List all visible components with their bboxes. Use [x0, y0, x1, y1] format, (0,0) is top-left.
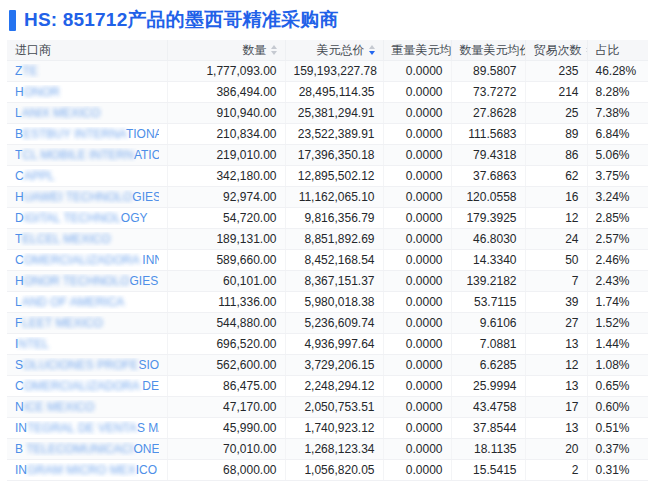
cell-qty-usd-avg: 9.6106 [451, 313, 525, 334]
col-header-label: 数量 [243, 42, 267, 59]
cell-weight-usd-avg: 0.0000 [383, 187, 451, 208]
importer-link[interactable]: BESTBUY INTERNATIONAL [15, 127, 159, 141]
cell-weight-usd-avg: 0.0000 [383, 439, 451, 460]
importer-link[interactable]: ZTE [15, 64, 159, 78]
sort-icon[interactable] [271, 45, 277, 55]
importer-name-visible: S MA... [137, 421, 158, 435]
table-row: INTEL 696,520.00 4,936,997.64 0.0000 7.0… [7, 334, 648, 355]
cell-importer: NICE MEXICO [7, 397, 167, 418]
cell-usd-total: 9,816,356.79 [285, 208, 383, 229]
cell-qty-usd-avg: 37.8544 [451, 418, 525, 439]
cell-qty-usd-avg: 25.9994 [451, 376, 525, 397]
cell-importer: HONOR TECHNOLOGIES D... [7, 271, 167, 292]
importer-name-redacted: ONOR [24, 85, 60, 99]
cell-trade-count: 13 [525, 376, 587, 397]
cell-quantity: 189,131.00 [167, 229, 285, 250]
importer-name-redacted: OMERCIALIZADORA [24, 253, 139, 267]
importer-link[interactable]: HONOR [15, 85, 159, 99]
col-header-usd-total[interactable]: 美元总价 [285, 40, 383, 61]
cell-importer: ZTE [7, 61, 167, 82]
importer-name-visible: S [15, 358, 23, 372]
col-header-weight-usd-avg: 重量美元均价 [383, 40, 451, 61]
cell-share: 6.84% [587, 124, 648, 145]
cell-trade-count: 17 [525, 397, 587, 418]
col-header-quantity[interactable]: 数量 [167, 40, 285, 61]
cell-usd-total: 159,193,227.78 [285, 61, 383, 82]
importer-name-redacted: ONOR TECHNOLO [24, 274, 130, 288]
col-header-trade-count[interactable]: 贸易次数 [525, 40, 587, 61]
importer-link[interactable]: CAPPL [15, 169, 159, 183]
cell-weight-usd-avg: 0.0000 [383, 61, 451, 82]
importer-link[interactable]: INGRAM MICRO MEXICO [15, 463, 159, 477]
cell-qty-usd-avg: 120.0558 [451, 187, 525, 208]
sort-icon[interactable] [369, 45, 375, 55]
cell-importer: TELCEL MEXICO [7, 229, 167, 250]
table-row: LANIX MEXICO 910,940.00 25,381,294.91 0.… [7, 103, 648, 124]
col-header-label: 占比 [596, 43, 620, 57]
cell-usd-total: 8,367,151.37 [285, 271, 383, 292]
importer-link[interactable]: SOLUCIONES PROFESION... [15, 358, 159, 372]
importer-name-redacted: TELECOMUNICACI [23, 442, 133, 456]
cell-quantity: 111,336.00 [167, 292, 285, 313]
cell-weight-usd-avg: 0.0000 [383, 397, 451, 418]
cell-weight-usd-avg: 0.0000 [383, 250, 451, 271]
cell-quantity: 544,880.00 [167, 313, 285, 334]
importer-name-redacted: CL MOBILE INTERN [22, 148, 134, 162]
importer-link[interactable]: INTEL [15, 337, 159, 351]
importer-link[interactable]: DIGITAL TECHNOLOGY [15, 211, 159, 225]
importer-name-redacted: OMERCIALIZADORA [24, 379, 139, 393]
cell-share: 2.57% [587, 229, 648, 250]
cell-weight-usd-avg: 0.0000 [383, 103, 451, 124]
table-header-row: 进口商 数量 美元总价 重量美元均价 数量美元均价 [7, 40, 648, 61]
col-header-share: 占比 [587, 40, 648, 61]
importer-link[interactable]: TELCEL MEXICO [15, 232, 159, 246]
importer-link[interactable]: HUAWEI TECHNOLOGIES ... [15, 190, 159, 204]
cell-usd-total: 1,740,923.12 [285, 418, 383, 439]
cell-trade-count: 2 [525, 460, 587, 481]
col-header-label: 贸易次数 [534, 42, 582, 59]
importer-name-visible: IN [15, 421, 27, 435]
table-row: NICE MEXICO 47,170.00 2,050,753.51 0.000… [7, 397, 648, 418]
cell-share: 2.46% [587, 250, 648, 271]
col-header-label: 重量美元均价 [392, 43, 452, 57]
importer-link[interactable]: LAND OF AMERICA [15, 295, 159, 309]
cell-quantity: 1,777,093.00 [167, 61, 285, 82]
table-row: ZTE 1,777,093.00 159,193,227.78 0.0000 8… [7, 61, 648, 82]
cell-weight-usd-avg: 0.0000 [383, 292, 451, 313]
cell-share: 0.65% [587, 376, 648, 397]
cell-share: 1.74% [587, 292, 648, 313]
importer-link[interactable]: FLEET MEXICO [15, 316, 159, 330]
cell-weight-usd-avg: 0.0000 [383, 334, 451, 355]
table-row: B TELECOMUNICACIONES... 70,010.00 1,268,… [7, 439, 648, 460]
cell-quantity: 386,494.00 [167, 82, 285, 103]
table-row: HUAWEI TECHNOLOGIES ... 92,974.00 11,162… [7, 187, 648, 208]
table-row: TELCEL MEXICO 189,131.00 8,851,892.69 0.… [7, 229, 648, 250]
cell-importer: LANIX MEXICO [7, 103, 167, 124]
cell-quantity: 70,010.00 [167, 439, 285, 460]
cell-trade-count: 24 [525, 229, 587, 250]
importer-name-visible: D [15, 211, 24, 225]
importer-link[interactable]: TCL MOBILE INTERNATIO... [15, 148, 159, 162]
cell-importer: FLEET MEXICO [7, 313, 167, 334]
cell-quantity: 219,010.00 [167, 145, 285, 166]
importer-link[interactable]: B TELECOMUNICACIONES... [15, 442, 159, 456]
table-row: COMERCIALIZADORA INN... 589,660.00 8,452… [7, 250, 648, 271]
importer-link[interactable]: COMERCIALIZADORA DE ... [15, 379, 159, 393]
cell-share: 5.06% [587, 145, 648, 166]
importer-link[interactable]: INTEGRAL DE VENTAS MA... [15, 421, 159, 435]
importer-link[interactable]: HONOR TECHNOLOGIES D... [15, 274, 159, 288]
table-row: TCL MOBILE INTERNATIO... 219,010.00 17,3… [7, 145, 648, 166]
importer-name-redacted: APPL [24, 169, 55, 183]
importer-link[interactable]: LANIX MEXICO [15, 106, 159, 120]
cell-importer: B TELECOMUNICACIONES... [7, 439, 167, 460]
table-row: COMERCIALIZADORA DE ... 86,475.00 2,248,… [7, 376, 648, 397]
cell-share: 0.37% [587, 439, 648, 460]
importer-link[interactable]: NICE MEXICO [15, 400, 159, 414]
cell-importer: DIGITAL TECHNOLOGY [7, 208, 167, 229]
cell-trade-count: 86 [525, 145, 587, 166]
cell-importer: HUAWEI TECHNOLOGIES ... [7, 187, 167, 208]
cell-usd-total: 5,980,018.38 [285, 292, 383, 313]
importer-link[interactable]: COMERCIALIZADORA INN... [15, 253, 159, 267]
cell-trade-count: 89 [525, 124, 587, 145]
cell-quantity: 696,520.00 [167, 334, 285, 355]
